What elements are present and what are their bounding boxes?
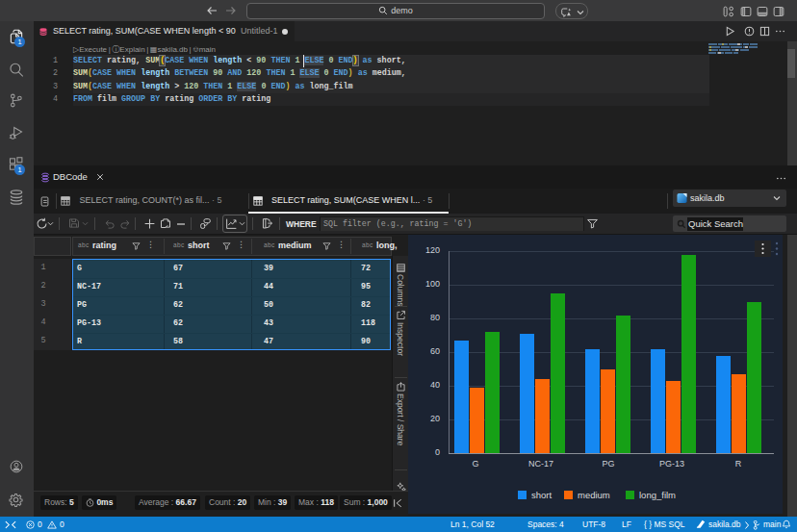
svg-text:PG: PG: [602, 459, 614, 469]
svg-text:NC-17: NC-17: [528, 459, 553, 469]
svg-text:PG-13: PG-13: [659, 459, 684, 469]
svg-text:40: 40: [430, 380, 440, 390]
svg-text:0: 0: [435, 447, 440, 457]
svg-text:100: 100: [425, 279, 440, 289]
svg-text:R: R: [735, 459, 742, 469]
svg-text:60: 60: [430, 346, 440, 356]
svg-text:120: 120: [425, 245, 440, 255]
svg-text:medium: medium: [578, 490, 610, 500]
svg-text:short: short: [531, 490, 552, 500]
svg-text:G: G: [472, 459, 478, 469]
svg-text:20: 20: [430, 414, 440, 423]
svg-text:long_film: long_film: [639, 490, 676, 500]
svg-text:80: 80: [430, 313, 440, 322]
